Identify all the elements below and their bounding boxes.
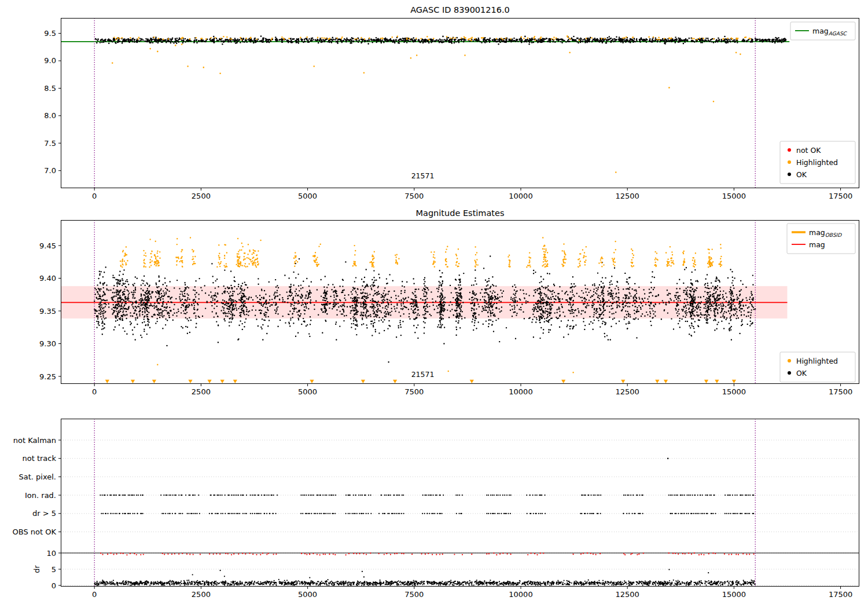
x-tick-label: 17500 [829, 192, 852, 200]
x-tick-label: 5000 [298, 192, 317, 200]
x-tick-label: 0 [92, 590, 97, 599]
x-tick-label: 15000 [722, 590, 746, 599]
x-tick-label: 2500 [192, 192, 211, 200]
clipped-marker-triangle [561, 380, 565, 383]
clipped-marker-triangle [393, 380, 397, 383]
ok-dr-points [95, 570, 755, 585]
ok-points [95, 36, 786, 45]
clipped-marker-triangle [131, 380, 135, 383]
clipped-marker-triangle [732, 380, 736, 383]
dr-axis-label: dr [32, 565, 41, 573]
x-tick-label: 7500 [404, 590, 424, 599]
clipped-marker-triangle [220, 380, 225, 383]
clipped-marker-triangle [655, 380, 659, 383]
dr-tick-label: 10 [46, 549, 56, 558]
x-tick-label: 17500 [829, 590, 852, 599]
matplotlib-figure: 215710250050007500100001250015000175007.… [0, 0, 868, 608]
x-tick-label: 5000 [298, 590, 317, 599]
axes-spine [61, 19, 859, 188]
x-tick-label: 12500 [616, 192, 639, 200]
figure-svg: 215710250050007500100001250015000175007.… [0, 0, 868, 608]
legend-mag-lines-label: mag [809, 240, 825, 249]
flag-category-label: dr > 5 [32, 509, 56, 518]
clipped-marker-triangle [208, 380, 212, 383]
x-tick-label: 10000 [509, 387, 532, 396]
y-tick-label: 7.0 [44, 166, 56, 175]
legend-status-label: not OK [796, 146, 821, 155]
clipped-marker-triangle [361, 380, 365, 383]
dr-tick-label: 5 [52, 565, 56, 574]
chart1-title: AGASC ID 839001216.0 [61, 5, 859, 14]
legend-status-label: OK [796, 369, 807, 378]
x-tick-label: 7500 [404, 192, 424, 200]
dr-tick-label: 0 [52, 581, 56, 590]
y-tick-label: 9.25 [39, 372, 56, 381]
x-tick-label: 10000 [509, 590, 532, 599]
y-tick-label: 9.45 [39, 241, 56, 250]
flag-category-label: OBS not OK [13, 528, 57, 536]
x-tick-label: 7500 [404, 387, 424, 396]
x-tick-label: 12500 [616, 590, 639, 599]
y-tick-label: 9.30 [39, 339, 56, 348]
flag-category-label: Sat. pixel. [19, 473, 56, 481]
flag-category-label: not track [22, 454, 56, 463]
not-ok-dr-points [101, 553, 754, 555]
obsid-annotation: 21571 [411, 171, 435, 180]
chart2-plot-area [61, 220, 788, 384]
clipped-marker-triangle [188, 380, 192, 383]
clipped-marker-triangle [715, 380, 719, 383]
clipped-marker-triangle [105, 380, 109, 383]
flag-category-label: not Kalman [13, 436, 56, 445]
legend-status-label: OK [796, 170, 807, 179]
x-tick-label: 0 [92, 387, 97, 396]
flag-category-label: Ion. rad. [25, 491, 56, 500]
clipped-marker-triangle [470, 380, 474, 383]
clipped-marker-triangle [233, 380, 237, 383]
y-tick-label: 9.0 [44, 56, 56, 65]
x-tick-label: 10000 [509, 192, 532, 200]
axes-spine [61, 419, 859, 587]
x-tick-label: 2500 [192, 387, 211, 396]
clipped-marker-triangle [704, 380, 708, 383]
clipped-marker-triangle [310, 380, 314, 383]
legend-status-label: Highlighted [796, 158, 838, 167]
y-tick-label: 8.0 [44, 111, 56, 120]
clipped-marker-triangle [664, 380, 668, 383]
y-tick-label: 9.35 [39, 307, 56, 316]
obsid-annotation: 21571 [411, 370, 435, 379]
x-tick-label: 12500 [616, 387, 639, 396]
x-tick-label: 5000 [298, 387, 317, 396]
legend-mag-lines-label-sub: OBSID [825, 232, 842, 238]
clipped-marker-triangle [621, 380, 625, 383]
y-tick-label: 9.40 [39, 274, 56, 283]
highlighted-points [112, 36, 751, 172]
legend-status-label: Highlighted [796, 357, 838, 365]
x-tick-label: 2500 [192, 590, 211, 599]
y-tick-label: 7.5 [44, 139, 56, 148]
legend-mag-agasc-label-sub: AGASC [829, 31, 848, 36]
y-tick-label: 9.5 [44, 29, 56, 38]
x-tick-label: 15000 [722, 387, 746, 396]
chart2-title: Magnitude Estimates [61, 208, 859, 218]
x-tick-label: 17500 [829, 387, 852, 396]
y-tick-label: 8.5 [44, 84, 56, 93]
clipped-marker-triangle [152, 380, 156, 383]
x-tick-label: 15000 [722, 192, 746, 200]
x-tick-label: 0 [92, 192, 97, 200]
chart1-plot-area [61, 18, 789, 188]
chart3-plot-area [61, 419, 859, 587]
